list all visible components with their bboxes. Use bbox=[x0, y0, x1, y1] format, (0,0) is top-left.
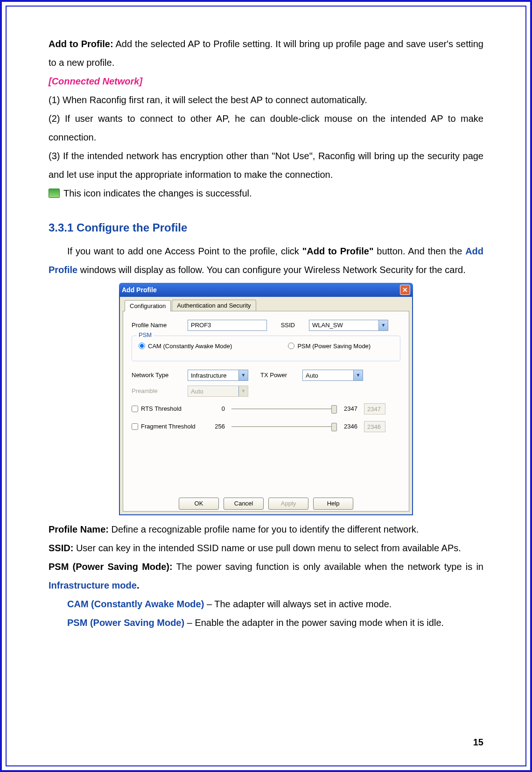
label: PSM (Power Saving Mode): bbox=[49, 561, 173, 572]
desc-profile-name: Profile Name: Define a recognizable prof… bbox=[49, 520, 483, 539]
radio-psm-label: PSM (Power Saving Mode) bbox=[297, 343, 371, 350]
label: CAM (Constantly Awake Mode) bbox=[67, 599, 204, 609]
checkbox-rts[interactable]: RTS Threshold bbox=[132, 405, 202, 413]
text-cn2: (2) If user wants to connect to other AP… bbox=[49, 109, 483, 147]
checkbox-fragment[interactable]: Fragment Threshold bbox=[132, 423, 202, 430]
window-title: Add Profile bbox=[122, 286, 157, 294]
text-cn1: (1) When Raconfig first ran, it will sel… bbox=[49, 91, 483, 109]
network-type-combo[interactable]: ▼ bbox=[188, 370, 248, 381]
desc-ssid: SSID: User can key in the intended SSID … bbox=[49, 539, 483, 557]
slider-thumb[interactable] bbox=[331, 405, 337, 414]
radio-cam[interactable]: CAM (Constantly Awake Mode) bbox=[139, 343, 232, 350]
text: Add the selected AP to Profile setting. … bbox=[49, 39, 483, 68]
frag-min: 256 bbox=[208, 423, 225, 430]
button-bar: OK Cancel Apply Help bbox=[120, 498, 412, 510]
titlebar[interactable]: Add Profile ✕ bbox=[119, 283, 413, 297]
label: Profile Name: bbox=[49, 524, 109, 534]
label-tx-power: TX Power bbox=[260, 372, 298, 379]
label-add-to-profile: Add to Profile: bbox=[49, 39, 113, 49]
page-number: 15 bbox=[473, 733, 483, 751]
checkbox-rts-label: RTS Threshold bbox=[141, 405, 182, 413]
fragment-slider[interactable] bbox=[231, 422, 334, 431]
tab-configuration[interactable]: Configuration bbox=[125, 300, 171, 311]
radio-cam-label: CAM (Constantly Awake Mode) bbox=[148, 343, 232, 350]
t: windows will display as follow. You can … bbox=[77, 265, 465, 275]
text: User can key in the intended SSID name o… bbox=[73, 543, 461, 553]
t: If you want to add one Access Point to t… bbox=[67, 246, 302, 256]
rts-slider[interactable] bbox=[231, 404, 334, 414]
paragraph: Add to Profile: Add the selected AP to P… bbox=[49, 35, 483, 72]
checkbox-fragment-label: Fragment Threshold bbox=[141, 423, 196, 430]
label-ssid: SSID bbox=[272, 322, 295, 329]
radio-psm[interactable]: PSM (Power Saving Mode) bbox=[288, 343, 371, 350]
text: Infrastructure mode bbox=[49, 580, 137, 590]
t: "Add to Profile" bbox=[302, 246, 374, 256]
checkbox-fragment-input[interactable] bbox=[132, 423, 138, 430]
text: The power saving function is only availa… bbox=[173, 561, 483, 572]
slider-track bbox=[231, 408, 334, 409]
dialog-body: Configuration Authentication and Securit… bbox=[119, 297, 413, 515]
t: button. And then the bbox=[373, 246, 465, 256]
text: If you want to add one Access Point to t… bbox=[49, 242, 483, 279]
heading-connected-network: [Connected Network] bbox=[49, 72, 483, 91]
icon-text: This icon indicates the changes is succe… bbox=[63, 184, 252, 203]
desc-psm: PSM (Power Saving Mode): The power savin… bbox=[49, 557, 483, 595]
cancel-button[interactable]: Cancel bbox=[224, 498, 264, 510]
ssid-input[interactable] bbox=[309, 320, 388, 331]
apply-button: Apply bbox=[268, 498, 308, 510]
section-intro: If you want to add one Access Point to t… bbox=[49, 242, 483, 279]
tab-pane-configuration: Profile Name SSID ▼ PSM bbox=[123, 311, 409, 512]
text: – Enable the adapter in the power saving… bbox=[184, 618, 444, 628]
label-profile-name: Profile Name bbox=[132, 322, 183, 329]
tab-auth-security[interactable]: Authentication and Security bbox=[172, 300, 256, 311]
label: SSID: bbox=[49, 543, 73, 553]
rts-value bbox=[364, 403, 385, 414]
chevron-down-icon[interactable]: ▼ bbox=[353, 370, 363, 380]
close-button[interactable]: ✕ bbox=[400, 285, 410, 295]
label-network-type: Network Type bbox=[132, 372, 183, 379]
section-heading: 3.3.1 Configure the Profile bbox=[49, 217, 483, 239]
label-preamble: Preamble bbox=[132, 387, 183, 395]
ssid-combo[interactable]: ▼ bbox=[309, 320, 388, 331]
psm-group: PSM CAM (Constantly Awake Mode) PSM (Pow… bbox=[132, 336, 400, 362]
desc-psm2: PSM (Power Saving Mode) – Enable the ada… bbox=[49, 613, 483, 632]
radio-cam-input[interactable] bbox=[139, 343, 145, 349]
checkbox-rts-input[interactable] bbox=[132, 406, 138, 412]
frag-max: 2346 bbox=[341, 423, 357, 430]
label: PSM (Power Saving Mode) bbox=[67, 618, 184, 628]
icon-line: This icon indicates the changes is succe… bbox=[49, 184, 483, 203]
text: – The adapter will always set in active … bbox=[204, 599, 392, 609]
frag-value bbox=[364, 421, 385, 432]
tx-power-combo[interactable]: ▼ bbox=[302, 370, 363, 381]
close-icon: ✕ bbox=[402, 286, 408, 294]
text-cn3: (3) If the intended network has encrypti… bbox=[49, 147, 483, 184]
slider-track bbox=[231, 426, 334, 427]
psm-group-title: PSM bbox=[137, 331, 154, 339]
add-profile-dialog: Add Profile ✕ Configuration Authenticati… bbox=[119, 283, 413, 515]
rts-min: 0 bbox=[208, 405, 225, 413]
preamble-combo: ▼ bbox=[188, 386, 248, 397]
radio-psm-input[interactable] bbox=[288, 343, 294, 349]
help-button[interactable]: Help bbox=[313, 498, 353, 510]
chevron-down-icon: ▼ bbox=[238, 386, 248, 396]
desc-cam: CAM (Constantly Awake Mode) – The adapte… bbox=[49, 595, 483, 613]
success-icon bbox=[49, 189, 60, 198]
text: . bbox=[137, 580, 140, 590]
text: Define a recognizable profile name for y… bbox=[109, 524, 419, 534]
ok-button[interactable]: OK bbox=[179, 498, 219, 510]
rts-max: 2347 bbox=[341, 405, 357, 413]
profile-name-input[interactable] bbox=[188, 320, 267, 331]
slider-thumb[interactable] bbox=[331, 423, 337, 431]
chevron-down-icon[interactable]: ▼ bbox=[238, 370, 248, 380]
chevron-down-icon[interactable]: ▼ bbox=[378, 320, 388, 330]
